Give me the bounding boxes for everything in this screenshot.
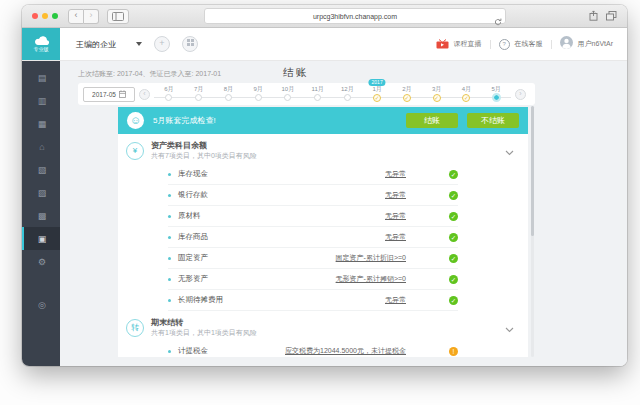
- row-detail-link[interactable]: 固定资产-累计折旧>=0: [336, 253, 406, 263]
- row-detail-link[interactable]: 无异常: [385, 190, 406, 200]
- timeline-month-8月[interactable]: 8月: [214, 83, 244, 105]
- voucher-icon: ▤: [38, 73, 47, 83]
- tabs-icon[interactable]: [606, 7, 617, 25]
- apps-grid-button[interactable]: [182, 36, 198, 52]
- sidebar-item-invoice[interactable]: ▩: [22, 204, 60, 227]
- mascot-icon: ☺: [127, 112, 144, 129]
- sidebar-item-closing[interactable]: ▣: [22, 227, 60, 250]
- carryover-check-list: 计提税金应交税费为12044.5000元，未计提税金!: [118, 341, 528, 357]
- month-label: 2月: [402, 85, 411, 93]
- section-subtitle: 共有7项类目，其中0项类目有风险: [151, 151, 257, 160]
- scrollbar[interactable]: [531, 106, 534, 357]
- timeline-month-10月[interactable]: 10月: [273, 83, 303, 105]
- month-dot-icon: [344, 94, 351, 101]
- timeline-month-7月[interactable]: 7月: [184, 83, 214, 105]
- period-date-picker[interactable]: 2017-05: [83, 87, 135, 102]
- window-controls: [32, 13, 58, 19]
- sidebar-item-assets[interactable]: ⌂: [22, 135, 60, 158]
- row-label: 无形资产: [178, 274, 208, 284]
- help-icon: ?: [499, 39, 510, 50]
- month-dot-icon: [195, 94, 202, 101]
- status-ok-icon: ✓: [449, 212, 458, 221]
- timeline-month-6月[interactable]: 6月: [154, 83, 184, 105]
- timeline-month-5月[interactable]: 5月: [481, 83, 511, 105]
- bullet-icon: [168, 278, 171, 281]
- check-row: 库存商品无异常✓: [168, 227, 458, 248]
- timeline-months: 6月7月8月9月10月11月12月20171月✓2月✓3月✓4月✓5月: [154, 83, 511, 105]
- timeline-month-2月[interactable]: 2月✓: [392, 83, 422, 105]
- zoom-window-button[interactable]: [52, 13, 58, 19]
- bullet-icon: [168, 173, 171, 176]
- row-detail-link[interactable]: 无形资产-累计摊销>=0: [336, 274, 406, 284]
- status-warning-icon: !: [449, 347, 458, 356]
- row-detail-link[interactable]: 无异常: [385, 169, 406, 179]
- section-title: 资产类科目余额: [151, 141, 257, 151]
- collapse-chevron-icon[interactable]: [505, 142, 514, 160]
- row-detail-link[interactable]: 无异常: [385, 211, 406, 221]
- carryover-icon: 转: [126, 319, 144, 337]
- sidebar-toggle-button[interactable]: [107, 9, 129, 24]
- timeline-month-3月[interactable]: 3月✓: [422, 83, 452, 105]
- bullet-icon: [168, 257, 171, 260]
- support-link[interactable]: 在线客服: [515, 39, 543, 49]
- refresh-icon[interactable]: [494, 12, 502, 30]
- status-ok-icon: ✓: [449, 296, 458, 305]
- status-ok-icon: ✓: [449, 275, 458, 284]
- yuan-icon: ¥: [126, 142, 144, 160]
- check-row: 计提税金应交税费为12044.5000元，未计提税金!: [168, 341, 458, 357]
- forward-button[interactable]: ›: [84, 9, 99, 24]
- month-dot-icon: [225, 94, 232, 101]
- sidebar-item-settings[interactable]: ⚙: [22, 250, 60, 273]
- sidebar-item-help[interactable]: ◎: [22, 293, 60, 316]
- row-detail-link[interactable]: 应交税费为12044.5000元，未计提税金: [285, 346, 406, 356]
- live-icon: [436, 35, 449, 53]
- cancel-settle-button[interactable]: 不结账: [467, 113, 519, 128]
- month-current-icon: [492, 93, 501, 102]
- timeline-month-1月[interactable]: 20171月✓: [362, 83, 392, 105]
- month-dot-icon: [255, 94, 262, 101]
- month-label: 5月: [491, 85, 500, 93]
- app-logo[interactable]: 专业版: [22, 28, 60, 60]
- edition-label: 专业版: [34, 46, 49, 52]
- timeline-month-11月[interactable]: 11月: [303, 83, 333, 105]
- timeline-month-9月[interactable]: 9月: [243, 83, 273, 105]
- chevron-down-icon[interactable]: [136, 42, 142, 46]
- main-content: 上次结账至: 2017-04、凭证已录入至: 2017-01 结账 2017-0…: [60, 61, 627, 366]
- close-window-button[interactable]: [32, 13, 38, 19]
- company-name[interactable]: 王编的企业: [76, 39, 116, 50]
- month-dot-icon: [284, 94, 291, 101]
- user-menu[interactable]: 用户n6VtAr: [578, 39, 613, 49]
- bullet-icon: [168, 236, 171, 239]
- minimize-window-button[interactable]: [42, 13, 48, 19]
- timeline-prev-button[interactable]: ‹: [139, 89, 150, 100]
- row-detail-link[interactable]: 无异常: [385, 232, 406, 242]
- row-detail-link[interactable]: 无异常: [385, 295, 406, 305]
- check-row: 库存现金无异常✓: [168, 164, 458, 185]
- sidebar-item-reports[interactable]: ▦: [22, 112, 60, 135]
- settle-button[interactable]: 结账: [406, 113, 458, 128]
- sidebar-item-salary[interactable]: ▧: [22, 158, 60, 181]
- timeline-month-4月[interactable]: 4月✓: [452, 83, 482, 105]
- month-checked-icon: ✓: [373, 94, 381, 102]
- check-result-banner: ☺ 5月账套完成检查! 结账 不结账: [118, 107, 528, 134]
- sidebar-item-journal[interactable]: ▥: [22, 89, 60, 112]
- app-header: 专业版 王编的企业 + 课程直播 ? 在线客服 用户n6VtAr: [22, 28, 627, 61]
- address-bar[interactable]: urpcg3hibfvn.chanapp.com: [204, 8, 506, 24]
- timeline-next-button[interactable]: ›: [515, 89, 526, 100]
- month-label: 3月: [432, 85, 441, 93]
- live-link[interactable]: 课程直播: [454, 39, 482, 49]
- assets-check-list: 库存现金无异常✓银行存款无异常✓原材料无异常✓库存商品无异常✓固定资产固定资产-…: [118, 164, 528, 311]
- scrollbar-thumb[interactable]: [531, 106, 534, 236]
- closing-check-card: ☺ 5月账套完成检查! 结账 不结账 ¥ 资产类科目余额 共有7项类目，其中0项…: [118, 107, 528, 357]
- reports-icon: ▦: [38, 119, 47, 129]
- sidebar-item-voucher[interactable]: ▤: [22, 66, 60, 89]
- month-label: 11月: [312, 85, 324, 93]
- section-subtitle: 共有1项类目，其中1项类目有风险: [151, 328, 257, 337]
- timeline-month-12月[interactable]: 12月: [333, 83, 363, 105]
- collapse-chevron-icon[interactable]: [505, 319, 514, 337]
- sidebar-item-inventory[interactable]: ▨: [22, 181, 60, 204]
- check-row: 固定资产固定资产-累计折旧>=0✓: [168, 248, 458, 269]
- add-account-button[interactable]: +: [154, 36, 170, 52]
- share-icon[interactable]: [589, 7, 598, 25]
- back-button[interactable]: ‹: [68, 9, 84, 24]
